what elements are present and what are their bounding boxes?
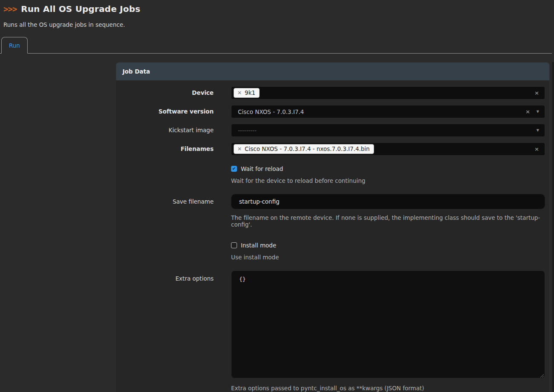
job-form: Device × 9k1 × Software version — [116, 80, 549, 392]
wait-for-reload-checkbox-row[interactable]: ✔ Wait for reload — [231, 165, 545, 172]
extra-options-textarea[interactable]: {} — [231, 270, 545, 378]
install-mode-checkbox-row[interactable]: ✔ Install mode — [231, 242, 545, 249]
filenames-selected-tag: × Cisco NXOS - 7.0.3.I7.4 - nxos.7.0.3.I… — [234, 144, 374, 154]
job-description: Runs all the OS upgrade jobs in sequence… — [0, 21, 554, 28]
wait-for-reload-label: Wait for reload — [241, 165, 283, 172]
page-title: Run All OS Upgrade Jobs — [21, 4, 140, 14]
wait-for-reload-spacer — [122, 161, 214, 188]
filenames-label: Filenames — [122, 142, 214, 156]
install-mode-help: Use install mode — [231, 254, 545, 261]
device-field-group: Device × 9k1 × — [122, 86, 545, 99]
wait-for-reload-checkbox[interactable]: ✔ — [231, 166, 237, 172]
panel-title: Job Data — [116, 62, 549, 80]
remove-tag-icon[interactable]: × — [237, 146, 242, 151]
kickstart-image-select[interactable]: --------- ▼ — [231, 124, 545, 137]
clear-software-version-icon[interactable]: × — [525, 109, 530, 114]
software-version-label: Software version — [122, 105, 214, 118]
install-mode-spacer — [122, 238, 214, 265]
clear-device-icon[interactable]: × — [534, 90, 539, 96]
wait-for-reload-help: Wait for the device to reload before con… — [231, 177, 545, 184]
chevron-down-icon[interactable]: ▼ — [537, 129, 539, 132]
save-filename-input[interactable] — [231, 194, 545, 209]
tab-bar: Run — [0, 37, 552, 54]
kickstart-image-field-group: Kickstart image --------- ▼ — [122, 124, 545, 137]
save-filename-help: The filename on the remote device. If no… — [231, 214, 545, 228]
device-selected-tag: × 9k1 — [234, 88, 260, 98]
kickstart-image-placeholder: --------- — [234, 127, 257, 134]
save-filename-field-group: Save filename The filename on the remote… — [122, 194, 545, 232]
checkmark-icon: ✔ — [232, 167, 236, 171]
device-label: Device — [122, 86, 214, 99]
nautobot-prompt-icon: >>> — [3, 4, 17, 14]
page-header: >>> Run All OS Upgrade Jobs Runs all the… — [0, 0, 554, 54]
extra-options-field-group: Extra options {} Extra options passed to… — [122, 270, 545, 392]
install-mode-field-group: ✔ Install mode Use install mode — [122, 238, 545, 265]
filenames-field-group: Filenames × Cisco NXOS - 7.0.3.I7.4 - nx… — [122, 142, 545, 156]
wait-for-reload-field-group: ✔ Wait for reload Wait for the device to… — [122, 161, 545, 188]
extra-options-label: Extra options — [122, 270, 214, 392]
save-filename-label: Save filename — [122, 194, 214, 232]
software-version-field-group: Software version Cisco NXOS - 7.0.3.I7.4… — [122, 105, 545, 118]
tab-run[interactable]: Run — [1, 37, 28, 54]
install-mode-checkbox[interactable]: ✔ — [231, 242, 237, 248]
software-version-value: Cisco NXOS - 7.0.3.I7.4 — [234, 108, 304, 115]
job-data-panel: Job Data Device × 9k1 × — [116, 62, 550, 392]
filenames-select[interactable]: × Cisco NXOS - 7.0.3.I7.4 - nxos.7.0.3.I… — [231, 142, 545, 156]
page-edge-strip — [552, 62, 554, 392]
device-tag-label: 9k1 — [245, 89, 255, 96]
filenames-tag-label: Cisco NXOS - 7.0.3.I7.4 - nxos.7.0.3.I7.… — [245, 145, 370, 152]
remove-tag-icon[interactable]: × — [237, 90, 242, 95]
install-mode-label: Install mode — [241, 242, 276, 249]
chevron-down-icon[interactable]: ▼ — [537, 110, 539, 114]
device-select[interactable]: × 9k1 × — [231, 86, 545, 99]
extra-options-help: Extra options passed to pyntc_install_os… — [231, 385, 545, 392]
kickstart-image-label: Kickstart image — [122, 124, 214, 137]
clear-filenames-icon[interactable]: × — [534, 146, 539, 152]
page-content: Job Data Device × 9k1 × — [0, 62, 554, 392]
software-version-select[interactable]: Cisco NXOS - 7.0.3.I7.4 × ▼ — [231, 105, 545, 118]
